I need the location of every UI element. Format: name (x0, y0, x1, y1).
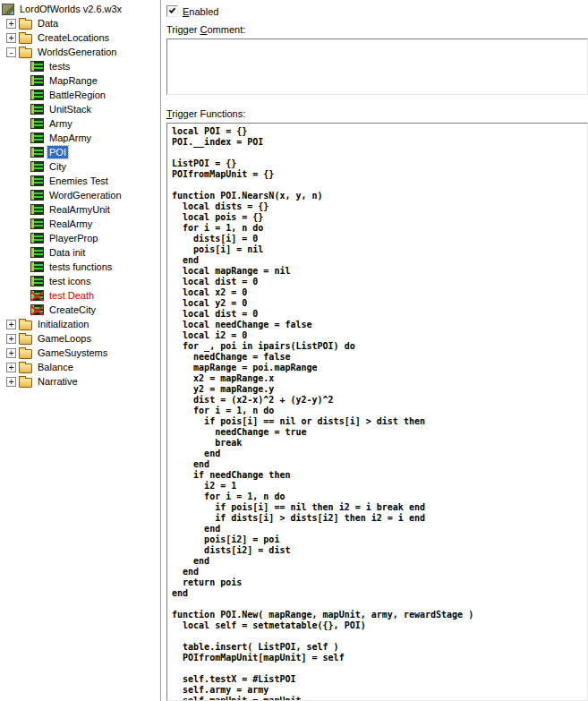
trigger-icon (30, 104, 44, 115)
tree-item-label: MapArmy (47, 132, 93, 144)
tree-item-label: LordOfWorlds v2.6.w3x (18, 3, 124, 15)
enabled-checkbox-row: Enabled (166, 4, 588, 18)
expand-toggle-icon[interactable]: + (6, 363, 16, 372)
tree-item-label: test Death (47, 289, 96, 302)
expand-toggle-icon[interactable]: + (6, 33, 16, 43)
trigger-functions-label: Trigger Functions: (166, 108, 588, 120)
tree-item-label: PlayerProp (47, 232, 99, 244)
tree-item-label: MapRange (47, 74, 99, 87)
tree-item-label: RealArmyUnit (47, 203, 112, 216)
tree-item[interactable]: + Balance (0, 360, 160, 374)
folder-icon (19, 20, 32, 30)
trigger-icon (30, 118, 44, 129)
folder-open-icon (19, 48, 32, 58)
tree-item[interactable]: + GameLoops (0, 331, 160, 346)
tree-item-label: POI (47, 146, 68, 158)
tree-item[interactable]: RealArmyUnit (0, 202, 160, 217)
trigger-comment-label: Trigger Comment: (166, 24, 588, 36)
tree-item[interactable]: Enemies Test (0, 174, 160, 188)
tree-item-label: Data init (47, 246, 87, 259)
trigger-icon (30, 147, 44, 158)
tree-item[interactable]: MapRange (0, 73, 160, 88)
expand-toggle-icon[interactable]: + (6, 377, 16, 387)
tree-item-label: tests functions (47, 261, 114, 273)
tree-item-label: tests (47, 60, 72, 73)
tree-item[interactable]: Army (0, 116, 160, 131)
trigger-icon (30, 75, 44, 86)
tree-item[interactable]: POI (0, 145, 160, 159)
check-icon (169, 6, 176, 13)
trigger-icon (30, 175, 44, 186)
expand-toggle-icon[interactable]: + (6, 320, 16, 329)
trigger-comment-input[interactable] (166, 38, 588, 95)
tree-item[interactable]: LordOfWorlds v2.6.w3x (0, 2, 160, 16)
tree-item[interactable]: test Death (0, 288, 160, 303)
tree-item-label: Enemies Test (47, 175, 110, 187)
tree-item-label: Narrative (36, 375, 80, 388)
trigger-icon (30, 133, 44, 143)
trigger-detail-panel: Enabled Trigger Comment: Trigger Functio… (161, 0, 588, 701)
tree-item-label: BattleRegion (47, 89, 107, 101)
tree-item[interactable]: PlayerProp (0, 231, 160, 245)
expand-toggle-icon[interactable]: + (6, 334, 16, 344)
tree-item-label: Data (36, 17, 60, 30)
trigger-functions-editor[interactable]: local POI = {} POI.__index = POI ListPOI… (166, 123, 588, 701)
tree-item-label: Balance (36, 361, 75, 373)
tree-item[interactable]: tests (0, 59, 160, 73)
folder-icon (19, 363, 32, 373)
trigger-tree: LordOfWorlds v2.6.w3x + Data + CreateLoc… (0, 2, 160, 389)
trigger-icon (30, 218, 44, 229)
tree-item[interactable]: + Narrative (0, 374, 160, 389)
tree-item[interactable]: test icons (0, 274, 160, 288)
tree-item-label: test icons (47, 275, 92, 287)
tree-item[interactable]: CreateCity (0, 303, 160, 317)
tree-item[interactable]: + GameSuystems (0, 346, 160, 360)
tree-item[interactable]: City (0, 159, 160, 174)
trigger-icon (30, 247, 44, 258)
tree-item[interactable]: + Initialization (0, 317, 160, 331)
tree-item[interactable]: UnitStack (0, 102, 160, 116)
tree-item-label: GameSuystems (36, 346, 109, 359)
trigger-icon (30, 233, 44, 244)
tree-item-label: CreateCity (47, 303, 98, 316)
tree-item-label: RealArmy (47, 218, 94, 230)
tree-item-label: WorldsGeneration (36, 46, 118, 58)
trigger-disabled-icon (30, 304, 44, 315)
folder-icon (19, 321, 32, 330)
folder-icon (19, 34, 32, 44)
folder-icon (19, 378, 32, 388)
tree-item-label: Initialization (36, 318, 90, 330)
folder-icon (19, 349, 32, 359)
trigger-icon (30, 90, 44, 100)
tree-item-label: City (47, 160, 68, 173)
enabled-label: Enabled (183, 6, 218, 17)
tree-item[interactable]: tests functions (0, 260, 160, 274)
tree-item[interactable]: RealArmy (0, 217, 160, 231)
tree-item-label: WordGeneration (47, 189, 124, 201)
tree-item[interactable]: MapArmy (0, 131, 160, 145)
trigger-icon (30, 190, 44, 201)
tree-item-label: CreateLocations (36, 31, 111, 44)
tree-item[interactable]: + CreateLocations (0, 30, 160, 45)
expand-toggle-icon[interactable]: + (6, 348, 16, 358)
trigger-icon (30, 61, 44, 72)
trigger-tree-panel: LordOfWorlds v2.6.w3x + Data + CreateLoc… (0, 0, 161, 701)
expand-toggle-icon[interactable]: + (6, 19, 16, 29)
enabled-checkbox[interactable] (166, 5, 178, 17)
tree-item[interactable]: - WorldsGeneration (0, 45, 160, 59)
tree-item-label: GameLoops (36, 332, 93, 345)
tree-item[interactable]: Data init (0, 245, 160, 260)
trigger-icon (30, 161, 44, 172)
trigger-icon (30, 276, 44, 286)
tree-item[interactable]: BattleRegion (0, 88, 160, 102)
trigger-icon (30, 204, 44, 215)
folder-icon (19, 335, 32, 345)
map-icon (2, 4, 14, 15)
expand-toggle-icon[interactable]: - (6, 47, 16, 57)
tree-item-label: Army (47, 117, 74, 130)
tree-item[interactable]: + Data (0, 16, 160, 30)
code-text: local POI = {} POI.__index = POI ListPOI… (167, 124, 587, 701)
trigger-icon (30, 261, 44, 272)
tree-item[interactable]: WordGeneration (0, 188, 160, 202)
trigger-disabled-icon (30, 290, 44, 301)
